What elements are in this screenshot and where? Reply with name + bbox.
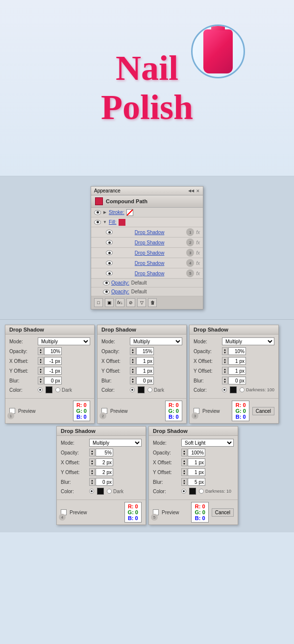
clear-button[interactable]: ⊘ — [126, 298, 135, 307]
color-swatch-1[interactable] — [46, 386, 52, 393]
blur-spin-1[interactable]: ▲▼ — [38, 377, 44, 384]
color-radio-5[interactable] — [181, 489, 186, 494]
mode-select-2[interactable]: Multiply — [130, 337, 182, 345]
xoffset-spin-1[interactable]: ▲▼ — [38, 357, 44, 365]
color-swatch-2[interactable] — [138, 386, 145, 393]
blur-spin-4[interactable]: ▲▼ — [89, 478, 95, 486]
yoffset-input-3[interactable] — [228, 367, 246, 375]
fill-label[interactable]: Fill: — [109, 219, 117, 225]
blur-input-2[interactable] — [136, 377, 154, 384]
stroke-visibility-icon[interactable] — [94, 210, 101, 215]
blur-spin-3[interactable]: ▲▼ — [222, 377, 228, 384]
duplicate-button[interactable]: ▣ — [105, 298, 114, 307]
yoffset-spin-5[interactable]: ▲▼ — [181, 468, 187, 476]
rgb-g-2: G: 0 — [169, 408, 179, 414]
mode-select-5[interactable]: Soft Light — [181, 439, 234, 447]
fill-swatch[interactable] — [119, 219, 125, 226]
dark-radio-2[interactable] — [147, 387, 152, 392]
mode-select-4[interactable]: Multiply — [89, 439, 142, 447]
dark-radio-4[interactable] — [107, 489, 112, 494]
yoffset-input-4[interactable] — [96, 468, 113, 476]
blur-input-5[interactable] — [188, 478, 205, 486]
yoffset-spin-4[interactable]: ▲▼ — [89, 468, 95, 476]
blur-spin-2[interactable]: ▲▼ — [130, 377, 136, 384]
effect4-visibility-icon[interactable] — [106, 261, 113, 265]
opacity-input-4[interactable] — [96, 449, 113, 456]
effect5-name[interactable]: Drop Shadow — [113, 271, 186, 276]
xoffset-input-4[interactable] — [96, 458, 113, 466]
xoffset-input-3[interactable] — [228, 357, 246, 365]
opacity-spin-3[interactable]: ▲▼ — [222, 347, 228, 355]
blur-input-1[interactable] — [44, 377, 62, 384]
panel-num-2: 2 — [99, 412, 106, 419]
opacity-spin-2[interactable]: ▲▼ — [130, 347, 136, 355]
opacity-spin-4[interactable]: ▲▼ — [89, 449, 95, 456]
stroke-label[interactable]: Stroke: — [109, 210, 124, 215]
effect1-name[interactable]: Drop Shadow — [113, 230, 186, 235]
opacity-input-3[interactable] — [228, 347, 246, 355]
effect5-visibility-icon[interactable] — [106, 271, 113, 276]
opacity-inner-row: Opacity: Default — [91, 279, 203, 287]
color-swatch-5[interactable] — [189, 488, 196, 495]
mode-select-1[interactable]: Multiply — [38, 337, 90, 345]
blur-spin-5[interactable]: ▲▼ — [181, 478, 187, 486]
dark-radio-1[interactable] — [55, 387, 60, 392]
xoffset-spin-4[interactable]: ▲▼ — [89, 458, 95, 466]
shadow-panel-1-title: Drop Shadow — [5, 325, 94, 334]
xoffset-spin-2[interactable]: ▲▼ — [130, 357, 136, 365]
effect3-name[interactable]: Drop Shadow — [113, 250, 186, 256]
rgb-r-2: R: 0 — [169, 402, 179, 408]
yoffset-input-5[interactable] — [188, 468, 205, 476]
cancel-button-5[interactable]: Cancel — [212, 508, 234, 517]
shadow-panel-3-title: Drop Shadow — [190, 325, 278, 334]
mode-select-3[interactable]: Multiply — [222, 337, 274, 345]
effect3-visibility-icon[interactable] — [106, 250, 113, 255]
effect2-name[interactable]: Drop Shadow — [113, 240, 186, 245]
dark-radio-5[interactable] — [199, 489, 204, 494]
cancel-button-3[interactable]: Cancel — [252, 407, 274, 415]
yoffset-spin-2[interactable]: ▲▼ — [130, 367, 136, 375]
delete-button[interactable]: 🗑 — [148, 298, 157, 307]
stroke-swatch[interactable] — [126, 209, 133, 216]
opacity-input-1[interactable] — [44, 347, 62, 355]
xoffset-input-5[interactable] — [188, 458, 205, 466]
effect4-name[interactable]: Drop Shadow — [113, 261, 186, 266]
yoffset-input-2[interactable] — [136, 367, 154, 375]
color-swatch-3[interactable] — [230, 386, 237, 393]
opacity-outer-label[interactable]: Opacity: — [111, 289, 129, 294]
yoffset-spin-3[interactable]: ▲▼ — [222, 367, 228, 375]
fx-button[interactable]: fx↓ — [116, 298, 124, 307]
dark-radio-3[interactable] — [240, 387, 245, 392]
color-radio-3[interactable] — [222, 387, 227, 392]
opacity-inner-label[interactable]: Opacity: — [111, 280, 129, 286]
opacity-inner-eye[interactable] — [103, 281, 110, 286]
color-row-4: Color: Dark — [61, 488, 142, 495]
xoffset-input-2[interactable] — [136, 357, 154, 365]
yoffset-input-1[interactable] — [44, 367, 62, 375]
yoffset-spin-1[interactable]: ▲▼ — [38, 367, 44, 375]
effect1-visibility-icon[interactable] — [106, 230, 113, 235]
opacity-spin-1[interactable]: ▲▼ — [38, 347, 44, 355]
move-down-button[interactable]: ▽ — [137, 298, 146, 307]
fill-visibility-icon[interactable] — [94, 220, 101, 225]
effect-row-4: Drop Shadow 4 fx — [91, 258, 203, 268]
opacity-outer-eye[interactable] — [103, 289, 110, 294]
opacity-spin-5[interactable]: ▲▼ — [181, 449, 187, 456]
blur-input-3[interactable] — [228, 377, 246, 384]
opacity-input-2[interactable] — [136, 347, 154, 355]
close-icon[interactable]: ✕ — [196, 189, 200, 193]
color-radio-1[interactable] — [38, 387, 43, 392]
effect2-visibility-icon[interactable] — [106, 240, 113, 245]
xoffset-spin-5[interactable]: ▲▼ — [181, 458, 187, 466]
new-item-button[interactable]: □ — [94, 298, 103, 307]
xoffset-spin-3[interactable]: ▲▼ — [222, 357, 228, 365]
color-radio-4[interactable] — [89, 489, 94, 494]
opacity-input-5[interactable] — [188, 449, 205, 456]
blur-input-4[interactable] — [96, 478, 113, 486]
color-swatch-4[interactable] — [97, 488, 104, 495]
color-radio-2[interactable] — [130, 387, 135, 392]
xoffset-input-1[interactable] — [44, 357, 62, 365]
panel-header: Compound Path — [91, 195, 203, 208]
expand-icon[interactable]: ◀◀ — [188, 189, 194, 193]
blur-field-4: Blur: ▲▼ — [61, 478, 142, 486]
